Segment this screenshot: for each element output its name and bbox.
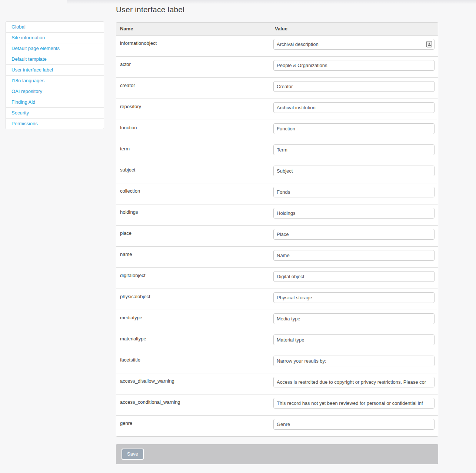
sidebar-link-finding-aid[interactable]: Finding Aid — [6, 97, 104, 107]
sidebar-item-security: Security — [6, 108, 104, 119]
table-row: function — [116, 120, 438, 141]
top-shadow-band — [67, 0, 476, 4]
setting-value-cell — [273, 99, 438, 120]
table-row: materialtype — [116, 331, 438, 352]
setting-value-input[interactable] — [273, 208, 435, 219]
setting-value-cell — [273, 394, 438, 416]
setting-name-label: informationobject — [116, 36, 273, 57]
setting-value-cell — [273, 162, 438, 183]
value-input-wrapper — [273, 102, 435, 113]
sidebar-item-global: Global — [6, 22, 104, 33]
save-button[interactable]: Save — [122, 449, 144, 460]
sidebar-link-security[interactable]: Security — [6, 108, 104, 118]
setting-value-input[interactable] — [273, 313, 435, 324]
setting-value-cell — [273, 416, 438, 437]
sidebar-link-global[interactable]: Global — [6, 22, 104, 32]
setting-value-input[interactable] — [273, 271, 435, 282]
setting-value-input[interactable] — [273, 356, 435, 366]
setting-name-label: subject — [116, 162, 273, 183]
setting-value-input[interactable] — [273, 419, 435, 430]
setting-value-cell — [273, 247, 438, 268]
setting-value-input[interactable] — [273, 187, 435, 197]
setting-value-input[interactable] — [273, 334, 435, 345]
table-row: name — [116, 247, 438, 268]
setting-value-cell — [273, 183, 438, 204]
autofill-contact-icon — [426, 41, 432, 47]
table-row: digitalobject — [116, 268, 438, 289]
setting-value-cell — [273, 204, 438, 226]
value-input-wrapper — [273, 356, 435, 366]
setting-value-input[interactable] — [273, 250, 435, 261]
setting-value-input[interactable] — [273, 229, 435, 240]
value-input-wrapper — [273, 123, 435, 134]
setting-name-label: term — [116, 141, 273, 162]
value-input-wrapper — [273, 271, 435, 282]
setting-value-cell — [273, 226, 438, 247]
setting-name-label: actor — [116, 57, 273, 78]
setting-value-input[interactable] — [273, 292, 435, 303]
sidebar-item-i18n-languages: I18n languages — [6, 76, 104, 86]
value-input-wrapper — [273, 81, 435, 92]
setting-value-input[interactable] — [273, 81, 435, 92]
setting-value-input[interactable] — [273, 60, 435, 71]
setting-value-cell — [273, 331, 438, 352]
table-row: physicalobject — [116, 289, 438, 310]
setting-name-label: holdings — [116, 204, 273, 226]
value-input-wrapper — [273, 313, 435, 324]
setting-name-label: creator — [116, 78, 273, 99]
sidebar-item-user-interface-label: User interface label — [6, 65, 104, 76]
setting-value-cell — [273, 78, 438, 99]
table-row: repository — [116, 99, 438, 120]
sidebar-link-user-interface-label[interactable]: User interface label — [6, 65, 104, 75]
column-header-name: Name — [116, 23, 273, 36]
setting-value-input[interactable] — [273, 102, 435, 113]
settings-sidebar: GlobalSite informationDefault page eleme… — [6, 21, 104, 129]
setting-value-cell — [273, 310, 438, 331]
setting-value-input[interactable] — [273, 398, 435, 409]
setting-value-input[interactable] — [273, 144, 435, 155]
sidebar-link-oai-repository[interactable]: OAI repository — [6, 86, 104, 97]
sidebar-item-site-information: Site information — [6, 33, 104, 43]
setting-value-cell — [273, 36, 438, 57]
sidebar-item-oai-repository: OAI repository — [6, 86, 104, 97]
table-row: mediatype — [116, 310, 438, 331]
setting-name-label: name — [116, 247, 273, 268]
setting-value-cell — [273, 352, 438, 373]
value-input-wrapper — [273, 208, 435, 219]
setting-value-cell — [273, 289, 438, 310]
sidebar-item-default-page-elements: Default page elements — [6, 43, 104, 54]
table-row: informationobject — [116, 36, 438, 57]
setting-value-input[interactable] — [273, 166, 435, 176]
sidebar-link-site-information[interactable]: Site information — [6, 33, 104, 43]
value-input-wrapper — [273, 292, 435, 303]
table-row: collection — [116, 183, 438, 204]
sidebar-link-permissions[interactable]: Permissions — [6, 119, 104, 129]
setting-name-label: facetstitle — [116, 352, 273, 373]
table-row: holdings — [116, 204, 438, 226]
sidebar-link-default-template[interactable]: Default template — [6, 54, 104, 64]
setting-name-label: repository — [116, 99, 273, 120]
setting-value-cell — [273, 57, 438, 78]
sidebar-link-i18n-languages[interactable]: I18n languages — [6, 76, 104, 86]
sidebar-nav-list: GlobalSite informationDefault page eleme… — [6, 22, 104, 129]
value-input-wrapper — [273, 187, 435, 197]
table-row: access_conditional_warning — [116, 394, 438, 416]
table-row: genre — [116, 416, 438, 437]
setting-value-input[interactable] — [273, 39, 435, 50]
setting-value-cell — [273, 120, 438, 141]
setting-value-cell — [273, 268, 438, 289]
setting-value-input[interactable] — [273, 377, 435, 387]
value-input-wrapper — [273, 377, 435, 387]
column-header-value: Value — [273, 23, 438, 36]
value-input-wrapper — [273, 419, 435, 430]
sidebar-link-default-page-elements[interactable]: Default page elements — [6, 43, 104, 54]
table-header-row: Name Value — [116, 23, 438, 36]
sidebar-item-permissions: Permissions — [6, 119, 104, 129]
setting-name-label: mediatype — [116, 310, 273, 331]
setting-value-input[interactable] — [273, 123, 435, 134]
setting-name-label: digitalobject — [116, 268, 273, 289]
value-input-wrapper — [273, 60, 435, 71]
setting-name-label: genre — [116, 416, 273, 437]
setting-name-label: access_disallow_warning — [116, 373, 273, 394]
setting-name-label: physicalobject — [116, 289, 273, 310]
